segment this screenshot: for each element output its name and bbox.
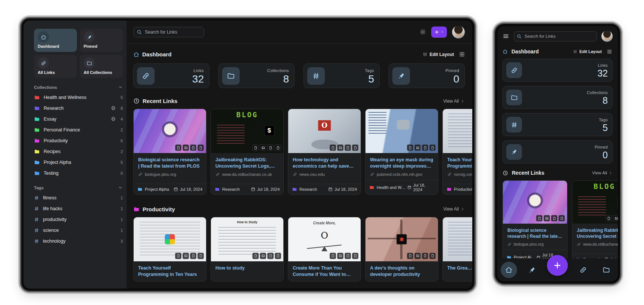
stat-card-collections[interactable]: Collections8 <box>218 63 295 88</box>
stat-card-pinned[interactable]: Pinned0 <box>389 63 465 88</box>
link-card[interactable]: ✱ A dev's thoughts on developer producti… <box>365 217 438 281</box>
link-title[interactable]: Biological science research | Read the l… <box>507 227 563 239</box>
collections-header[interactable]: Collections <box>34 85 123 90</box>
stat-card-collections[interactable]: Collections8 <box>503 86 613 109</box>
link-title[interactable]: How technology and economics can help sa… <box>293 157 356 169</box>
filetype-readable-icon <box>352 253 358 259</box>
link-card[interactable]: The Grea… Hack: Le… <box>442 217 472 281</box>
link-card[interactable]: Biological science research | Read the l… <box>133 109 206 195</box>
sidebar-item-collection[interactable]: Productivity 6 <box>34 135 123 146</box>
link-url[interactable]: pubmed.ncbi.nlm.nih.gov <box>370 172 433 177</box>
add-link-button[interactable] <box>431 27 447 38</box>
plus-icon <box>434 29 439 35</box>
link-card[interactable]: Teach Yourself Programming in Ten Years <box>133 217 206 281</box>
sidebar-nav-tile[interactable]: All Collections <box>80 55 123 78</box>
link-title[interactable]: Jailbreaking RabbitOS: Uncovering Secret… <box>215 157 279 169</box>
sidebar-item-tag[interactable]: science 1 <box>34 225 123 236</box>
theme-toggle-sun-icon[interactable] <box>420 29 426 35</box>
sidebar-item-collection[interactable]: Personal Finance 2 <box>34 124 123 135</box>
link-title[interactable]: Wearing an eye mask during overnight sle… <box>370 157 433 169</box>
stat-card-tags[interactable]: Tags5 <box>503 113 613 136</box>
link-title[interactable]: A dev's thoughts on developer productivi… <box>370 265 433 278</box>
sidebar-item-collection[interactable]: Testing 0 <box>34 168 123 178</box>
link-collection[interactable]: Health and Well… <box>369 185 407 190</box>
link-title[interactable]: Biological science research | Read the l… <box>138 157 202 169</box>
link-url[interactable]: biologue.plos.org <box>507 242 563 246</box>
sidebar-item-tag[interactable]: productivity 1 <box>34 214 123 225</box>
link-card[interactable]: BLOG $ Jailbreaking RabbitOS: Uncovering… <box>572 180 618 265</box>
nav-home-icon[interactable] <box>501 262 517 278</box>
nav-pinned-icon[interactable] <box>524 262 540 278</box>
mobile-search-input[interactable] <box>514 31 597 41</box>
filetype-pdf-icon <box>190 144 196 151</box>
sidebar-item-collection[interactable]: Essay 4 <box>34 113 123 124</box>
stat-card-links[interactable]: Links32 <box>133 63 209 88</box>
add-link-fab[interactable] <box>547 255 568 276</box>
sidebar-item-collection[interactable]: Research 8 <box>34 103 123 113</box>
link-collection[interactable]: Research <box>215 187 240 192</box>
filetype-chips <box>330 253 358 259</box>
link-thumbnail <box>365 109 438 153</box>
link-card[interactable]: BLOG $ Jailbreaking RabbitOS <box>211 109 284 195</box>
link-title[interactable]: The Grea… Hack: Le… <box>447 265 472 271</box>
link-title[interactable]: How to study <box>215 265 279 271</box>
link-collection[interactable]: Research <box>292 187 317 192</box>
link-collection[interactable]: Project Alpha <box>137 187 169 192</box>
home-icon <box>133 52 139 57</box>
hamburger-menu-icon[interactable] <box>503 33 509 40</box>
nav-collections-icon[interactable] <box>598 262 615 278</box>
chevron-down-icon[interactable] <box>118 85 123 90</box>
tags-header[interactable]: Tags <box>34 185 123 190</box>
filetype-image-icon <box>183 144 189 151</box>
layout-grid-icon[interactable] <box>607 49 613 54</box>
avatar[interactable] <box>452 26 465 38</box>
link-card[interactable]: Biological science research | Read the l… <box>503 180 567 265</box>
folder-icon <box>34 138 40 144</box>
link-title[interactable]: Create More Than You Consume if You Want… <box>293 265 356 278</box>
stat-card-pinned[interactable]: Pinned0 <box>503 140 613 164</box>
view-all-recent[interactable]: View All <box>443 99 465 104</box>
avatar[interactable] <box>601 31 613 42</box>
search-icon <box>137 29 142 35</box>
filetype-chips <box>252 253 281 259</box>
edit-layout-button[interactable]: Edit Layout <box>423 52 454 57</box>
link-url[interactable]: www.da.vidbuchanan.co.uk <box>215 172 279 177</box>
filetype-html-icon <box>407 144 413 151</box>
layout-grid-icon[interactable] <box>459 52 465 57</box>
search-input[interactable] <box>133 27 204 37</box>
folder-icon <box>34 116 40 122</box>
link-title[interactable]: Teach Yourself Programming in Ten Years <box>138 265 202 278</box>
stat-card-tags[interactable]: Tags5 <box>304 63 380 88</box>
chevron-down-icon[interactable] <box>118 185 123 190</box>
tag-name: life hacks <box>43 206 119 211</box>
sidebar-nav-tile[interactable]: Dashboard <box>34 29 77 52</box>
link-card[interactable]: Wearing an eye mask during overnight sle… <box>365 109 438 195</box>
link-collection[interactable]: Productivity <box>447 187 472 192</box>
link-card[interactable]: How to Study How to study <box>211 217 284 281</box>
sidebar-nav-tile[interactable]: All Links <box>34 55 77 78</box>
sidebar-item-tag[interactable]: life hacks 1 <box>34 203 123 214</box>
link-card[interactable]: O How technology and economics can help … <box>288 109 361 195</box>
sidebar-item-tag[interactable]: technology 3 <box>34 236 123 246</box>
link-card[interactable]: Create More, O Create More T <box>288 217 361 281</box>
link-title[interactable]: Jailbreaking RabbitOS: Uncovering Secret… <box>577 227 618 239</box>
link-url[interactable]: biologue.plos.org <box>138 172 202 177</box>
link-url[interactable]: www.da.vidbuchanan.co.uk <box>577 242 618 246</box>
link-url[interactable]: norvig.com <box>447 172 472 177</box>
sidebar-item-tag[interactable]: fitness 1 <box>34 192 123 203</box>
link-title[interactable]: Teach Yourself Programming in Ten Years <box>447 157 472 169</box>
nav-links-icon[interactable] <box>575 262 591 278</box>
sliders-icon <box>423 52 427 57</box>
sidebar-nav-tile[interactable]: Pinned <box>80 29 123 52</box>
sidebar-item-collection[interactable]: Project Alpha 5 <box>34 157 123 168</box>
sidebar-item-collection[interactable]: Health and Wellness 5 <box>34 92 123 103</box>
filetype-image-icon <box>260 253 266 259</box>
link-url[interactable]: news.osu.edu <box>293 172 356 177</box>
search-icon <box>517 34 522 39</box>
view-all-productivity[interactable]: View All <box>443 206 465 212</box>
mobile-edit-layout-button[interactable]: Edit Layout <box>573 49 602 54</box>
stat-card-links[interactable]: Links32 <box>503 59 613 82</box>
link-card[interactable]: Teach Yourself Programming in Ten Years … <box>442 109 472 195</box>
view-all-recent[interactable]: View All <box>592 171 613 175</box>
sidebar-item-collection[interactable]: Recipes 2 <box>34 146 123 157</box>
